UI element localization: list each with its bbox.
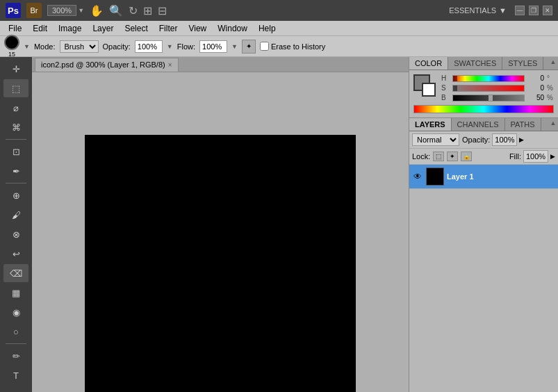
zoom-tool-icon[interactable]: 🔍 [109, 4, 123, 17]
layer-visibility-icon[interactable]: 👁 [412, 171, 423, 182]
sat-slider[interactable] [452, 85, 525, 92]
h-unit: ° [547, 74, 554, 82]
document-tab[interactable]: icon2.psd @ 300% (Layer 1, RGB/8) × [35, 58, 179, 72]
layers-panel-collapse[interactable]: ▲ [548, 118, 558, 128]
mode-select[interactable]: Brush Pencil Block [60, 40, 99, 53]
canvas-area: icon2.psd @ 300% (Layer 1, RGB/8) × ◀ ▶ … [32, 57, 409, 392]
hue-slider[interactable] [452, 75, 525, 82]
lasso-tool[interactable]: ⌀ [3, 99, 28, 117]
options-bar: 15 ▼ Mode: Brush Pencil Block Opacity: ▼… [0, 36, 558, 57]
eyedropper-tool[interactable]: ✒ [3, 162, 28, 180]
brush-preview[interactable] [4, 35, 19, 50]
clone-stamp-tool[interactable]: ⊗ [3, 225, 28, 243]
text-tool[interactable]: T [3, 366, 28, 384]
opacity-input[interactable] [135, 40, 163, 53]
opacity-input[interactable] [492, 133, 517, 146]
layer-item[interactable]: 👁 Layer 1 [409, 165, 558, 189]
shape-tool[interactable]: ▭ [3, 386, 28, 392]
move-tool[interactable]: ✛ [3, 60, 28, 78]
layer-name: Layer 1 [447, 172, 474, 181]
rotate-tool-icon[interactable]: ↻ [129, 4, 138, 17]
lock-position-icon[interactable]: ✦ [447, 152, 458, 161]
tab-channels[interactable]: CHANNELS [452, 118, 505, 131]
erase-history-checkbox-area[interactable]: Erase to History [260, 42, 325, 51]
tab-close-button[interactable]: × [168, 61, 172, 69]
restore-button[interactable]: ❐ [529, 6, 539, 15]
hue-thumb[interactable] [453, 76, 457, 81]
hand-tool-icon[interactable]: ✋ [90, 4, 104, 17]
bg-swatch[interactable] [422, 83, 436, 97]
magic-wand-tool[interactable]: ⌘ [3, 118, 28, 136]
bri-thumb[interactable] [489, 95, 493, 101]
grid-icon[interactable]: ⊞ [143, 4, 152, 17]
ps-icon: Ps [6, 3, 21, 18]
blur-tool[interactable]: ◉ [3, 303, 28, 321]
titlebar-left: Ps Br 300% ▼ ✋ 🔍 ↻ ⊞ ⊟ [6, 3, 167, 18]
flow-input[interactable] [199, 40, 227, 53]
color-panel: COLOR SWATCHES STYLES ▲ H [409, 57, 558, 118]
separator-1 [6, 139, 26, 140]
menu-file[interactable]: File [3, 22, 27, 35]
arrange-icon[interactable]: ⊟ [158, 4, 167, 17]
menu-edit[interactable]: Edit [27, 22, 53, 35]
lock-pixels-icon[interactable]: ⬚ [433, 152, 444, 161]
healing-tool[interactable]: ⊕ [3, 186, 28, 204]
canvas-viewport[interactable] [32, 72, 409, 392]
opacity-arrow[interactable]: ▶ [519, 136, 524, 143]
marquee-tool[interactable]: ⬚ [3, 79, 28, 97]
opacity-dropdown-icon[interactable]: ▼ [167, 43, 173, 50]
essentials-label[interactable]: ESSENTIALS ▼ [449, 6, 507, 15]
bri-row: B 50 % [441, 94, 554, 101]
menu-view[interactable]: View [183, 22, 212, 35]
tab-swatches[interactable]: SWATCHES [448, 57, 502, 70]
dodge-tool[interactable]: ○ [3, 322, 28, 341]
bri-slider[interactable] [452, 95, 525, 101]
zoom-control[interactable]: 300% ▼ [47, 5, 84, 16]
tab-layers[interactable]: LAYERS [409, 118, 452, 131]
menu-help[interactable]: Help [253, 22, 281, 35]
menu-image[interactable]: Image [53, 22, 87, 35]
right-panel: COLOR SWATCHES STYLES ▲ H [409, 57, 558, 392]
history-brush-tool[interactable]: ↩ [3, 245, 28, 263]
sat-thumb[interactable] [453, 85, 457, 91]
menu-select[interactable]: Select [119, 22, 153, 35]
color-swatch-stack[interactable] [413, 74, 438, 99]
flow-dropdown-icon[interactable]: ▼ [231, 43, 238, 50]
airbrush-icon[interactable]: ✦ [242, 40, 256, 54]
brush-tool[interactable]: 🖌 [3, 206, 28, 224]
fill-arrow[interactable]: ▶ [550, 153, 555, 160]
layers-panel: LAYERS CHANNELS PATHS ▲ Normal Dissolve … [409, 118, 558, 392]
main-content: ✛ ⬚ ⌀ ⌘ ⊡ ✒ ⊕ 🖌 ⊗ ↩ ⌫ ▦ ◉ ○ ✏ T ▭ ✋ 🔍 [0, 57, 558, 392]
tab-paths[interactable]: PATHS [505, 118, 541, 131]
opacity-row: Opacity: ▶ [462, 133, 524, 146]
b-unit: % [547, 94, 554, 101]
tab-styles[interactable]: STYLES [502, 57, 543, 70]
menu-filter[interactable]: Filter [154, 22, 183, 35]
separator-2 [6, 183, 26, 183]
eraser-tool[interactable]: ⌫ [3, 264, 28, 282]
erase-history-checkbox[interactable] [260, 42, 269, 51]
s-unit: % [547, 84, 554, 92]
opacity-label: Opacity: [103, 42, 131, 51]
color-spectrum-bar[interactable] [413, 105, 554, 113]
menu-layer[interactable]: Layer [87, 22, 119, 35]
crop-tool[interactable]: ⊡ [3, 142, 28, 161]
window-buttons[interactable]: — ❐ ✕ [515, 6, 552, 15]
path-tool[interactable]: ✏ [3, 347, 28, 365]
tab-color[interactable]: COLOR [409, 57, 448, 70]
close-button[interactable]: ✕ [543, 6, 552, 15]
zoom-dropdown-icon[interactable]: ▼ [78, 7, 84, 14]
layer-thumbnail [426, 168, 444, 186]
gradient-tool[interactable]: ▦ [3, 284, 28, 302]
brush-preview-area[interactable]: 15 [4, 35, 19, 58]
lock-all-icon[interactable]: 🔒 [461, 152, 472, 161]
menu-window[interactable]: Window [212, 22, 253, 35]
color-content-row: H 0 ° S 0 [413, 74, 554, 104]
brush-dropdown-icon[interactable]: ▼ [24, 43, 30, 50]
fill-input[interactable] [523, 150, 548, 163]
blend-mode-select[interactable]: Normal Dissolve Multiply Screen Overlay [412, 133, 459, 146]
minimize-button[interactable]: — [515, 6, 525, 15]
essentials-dropdown-icon[interactable]: ▼ [499, 6, 507, 15]
color-panel-collapse[interactable]: ▲ [548, 57, 558, 67]
zoom-value[interactable]: 300% [47, 5, 76, 16]
